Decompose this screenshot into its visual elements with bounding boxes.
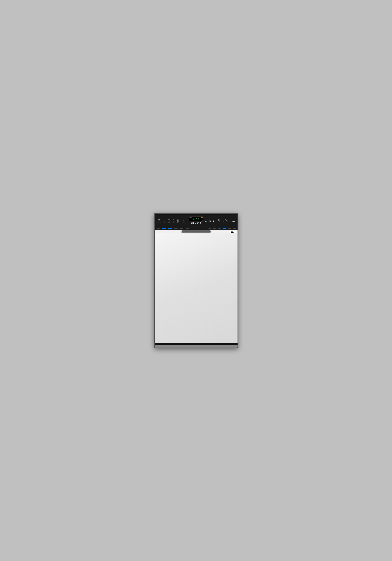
handle-container [182, 230, 211, 234]
indicator-setup [228, 228, 231, 229]
auto-label: Auto [168, 221, 170, 222]
indicator-halfload [213, 228, 216, 229]
iq300-badge: iQ 300 [230, 231, 236, 233]
start-button[interactable]: Start [231, 220, 236, 222]
timer-button[interactable]: ⏱ [201, 220, 203, 222]
indicator-eco [162, 228, 166, 229]
right-indicators [208, 228, 236, 229]
indicator-machine [233, 228, 236, 229]
setup-label: Setup 3 sec. [217, 221, 222, 222]
indicator-intensive [174, 228, 177, 229]
intensive-icon: ◷ [173, 218, 174, 220]
auto-button[interactable]: ⟳ Auto 45°-65° [168, 218, 170, 223]
eco-label: Eco [164, 221, 165, 222]
brand-logo: SIEMENS [191, 222, 201, 224]
glass-temp: 40° [177, 222, 179, 223]
half-load-icon: ▭ [205, 220, 207, 222]
eco-temp: 50° [164, 222, 165, 223]
display-time: 0:40 [193, 218, 199, 220]
intensive-button[interactable]: ◷ 1h 70° [173, 218, 174, 223]
auto-icon: ⟳ [168, 218, 170, 220]
indicator-glass [180, 228, 183, 229]
extra-dry-button[interactable]: ⊞ [209, 220, 211, 222]
iq-box: iQ [231, 231, 233, 233]
indicator-bar [155, 227, 238, 230]
door-body [155, 233, 238, 343]
dishwasher-appliance: ⏻ Reset 4 sec. ♻ Eco 50° ⟳ Auto 45°-65° … [154, 213, 238, 348]
machine-care-label: Machine Care [223, 221, 229, 222]
timer-icon: ⏱ [201, 220, 203, 222]
display-top-text: Gentle [190, 217, 192, 218]
machine-care-button[interactable]: 🔧 Machine Care [223, 219, 229, 222]
eco-icon: ♻ [164, 218, 165, 220]
indicator-drydry [218, 228, 221, 229]
glass-icon: 🍷 [176, 219, 179, 222]
indicator-timer [208, 228, 211, 229]
auto-temp: 45°-65° [168, 222, 170, 223]
door-handle[interactable] [182, 230, 211, 234]
half-load-button[interactable]: ▭ [205, 220, 207, 222]
bottom-base [155, 345, 238, 347]
left-indicators [157, 228, 189, 229]
extra-dry-icon: ⊞ [209, 220, 211, 222]
indicator-power [157, 228, 160, 229]
temperature-button[interactable]: 🌡 [213, 220, 215, 222]
right-controls: ⏱ ▭ ⊞ 🌡 ⚙ Setup 3 sec. 🔧 Machine [201, 219, 235, 223]
control-panel: ⏻ Reset 4 sec. ♻ Eco 50° ⟳ Auto 45°-65° … [155, 215, 238, 227]
power-icon: ⏻ [158, 219, 160, 221]
favourite-button[interactable]: ☆ Favourite [182, 219, 185, 223]
top-strip [155, 214, 238, 215]
indicator-favourite [185, 228, 189, 229]
intensive-temp: 70° [173, 222, 174, 223]
bottom-strip [155, 343, 238, 345]
left-controls: ⏻ Reset 4 sec. ♻ Eco 50° ⟳ Auto 45°-65° … [157, 218, 185, 224]
indicator-temp [223, 228, 226, 229]
power-reset-button[interactable]: ⏻ Reset 4 sec. [157, 219, 162, 223]
wifi-icon: 📶 [201, 217, 203, 218]
eco-button[interactable]: ♻ Eco 50° [164, 218, 165, 223]
favourite-icon: ☆ [182, 219, 184, 221]
favourite-label: Favourite [182, 222, 185, 223]
reset-label: Reset 4 sec. [157, 222, 162, 223]
temperature-icon: 🌡 [213, 220, 215, 222]
machine-care-icon: 🔧 [225, 219, 228, 221]
glass-button[interactable]: 🍷 40° [176, 219, 179, 223]
setup-button[interactable]: ⚙ Setup 3 sec. [217, 219, 222, 222]
control-area: ⏻ Reset 4 sec. ♻ Eco 50° ⟳ Auto 45°-65° … [155, 215, 238, 233]
model-number: 300 [233, 231, 235, 233]
intensive-label: 1h [173, 221, 174, 222]
iq-badge-bar: iQ 300 [155, 230, 238, 233]
indicator-auto [168, 228, 172, 229]
setup-icon: ⚙ [218, 219, 220, 221]
